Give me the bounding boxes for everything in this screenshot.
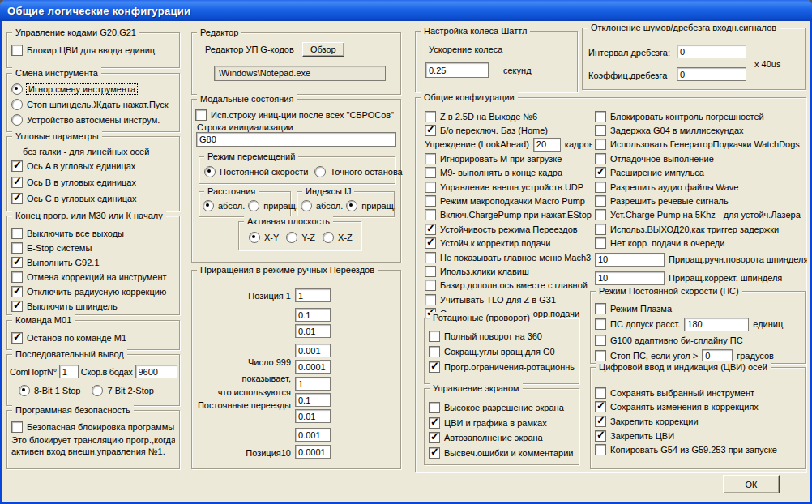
radio-icon[interactable] xyxy=(11,83,23,95)
checkbox-row[interactable]: Копировать G54 из G59.253 при запуске xyxy=(595,442,801,457)
value-input[interactable] xyxy=(684,318,749,331)
checkbox-icon[interactable] xyxy=(11,45,23,56)
jog-step-input-8[interactable] xyxy=(295,409,331,423)
checkbox-row[interactable]: Устойч.к корректир.подачи xyxy=(425,237,592,250)
radio-icon[interactable] xyxy=(204,166,216,177)
jog-step-input-1[interactable] xyxy=(295,288,331,302)
editor-path-field[interactable]: \Windows\Notepad.exe xyxy=(214,66,386,81)
checkbox-row[interactable]: Задержка G04 в миллисекундах xyxy=(595,123,807,137)
jog-step-input-9[interactable] xyxy=(295,428,331,442)
browse-button[interactable]: Обзор xyxy=(302,42,344,57)
jog-step-input-10[interactable] xyxy=(295,445,331,459)
checkbox-icon[interactable] xyxy=(595,182,606,193)
value-input[interactable] xyxy=(702,349,733,363)
checkbox-icon[interactable] xyxy=(429,361,440,373)
jog-step-input-4[interactable] xyxy=(295,344,331,357)
checkbox-row[interactable]: Исп.строку иниц-ции после всех "СБРОСов" xyxy=(195,108,394,122)
checkbox-row[interactable]: Нет корр. подачи в очереди xyxy=(595,237,807,250)
checkbox-icon[interactable] xyxy=(425,280,436,291)
checkbox-icon[interactable] xyxy=(425,195,436,207)
checkbox-row[interactable]: Полный поворот на 360 xyxy=(429,328,575,344)
checkbox-icon[interactable] xyxy=(11,271,23,283)
checkbox-icon[interactable] xyxy=(595,153,606,164)
checkbox-row[interactable]: Базир.дополн.ось вместе с главной xyxy=(425,279,592,293)
checkbox-row[interactable]: Режим Плазма xyxy=(595,301,801,315)
checkbox-row[interactable]: Отключить радиусную коррекцию xyxy=(11,284,175,299)
ok-button[interactable]: ОК xyxy=(723,475,780,493)
checkbox-row[interactable]: Б/о переключ. Баз (Home) xyxy=(425,123,592,137)
init-string-input[interactable] xyxy=(196,132,396,147)
radio-row[interactable]: приращ. xyxy=(346,199,396,212)
radio-row[interactable]: X-Z xyxy=(323,230,353,244)
checkbox-icon[interactable] xyxy=(595,401,606,412)
checkbox-row[interactable]: Ось C в угловых единицах xyxy=(11,190,175,207)
radio-row[interactable]: Постоянной скорости xyxy=(204,164,308,178)
checkbox-row[interactable]: Ось A в угловых единицах xyxy=(11,158,175,174)
jog-step-input-3[interactable] xyxy=(295,324,331,338)
checkbox-icon[interactable] xyxy=(11,228,23,239)
checkbox-row[interactable]: Устойчивость режима Переездов xyxy=(425,222,592,236)
checkbox-icon[interactable] xyxy=(425,266,436,277)
checkbox-icon[interactable] xyxy=(425,237,436,249)
checkbox-icon[interactable] xyxy=(595,195,606,207)
checkbox-row[interactable]: Сохранять изменения в коррекциях xyxy=(595,400,801,415)
radio-row[interactable]: X-Y xyxy=(249,230,279,244)
checkbox-icon[interactable] xyxy=(595,303,606,314)
checkbox-row[interactable]: Выключить все выходы xyxy=(11,226,175,241)
checkbox-row[interactable]: Сохранять выбранный инструмент xyxy=(595,386,801,400)
jog-step-input-5[interactable] xyxy=(295,360,331,374)
checkbox-icon[interactable] xyxy=(595,224,606,235)
checkbox-icon[interactable] xyxy=(11,421,23,433)
checkbox-row[interactable]: Прогр.ограничения-ротационные xyxy=(429,359,575,374)
value-input[interactable] xyxy=(595,253,665,267)
checkbox-icon[interactable] xyxy=(595,209,606,220)
checkbox-icon[interactable] xyxy=(195,109,207,121)
checkbox-row[interactable]: Блокир.ЦВИ для ввода единиц xyxy=(11,43,175,57)
radio-icon[interactable] xyxy=(11,99,23,110)
checkbox-row[interactable]: Высвеч.ошибки и комментарии xyxy=(429,446,575,461)
checkbox-icon[interactable] xyxy=(595,335,606,346)
checkbox-row[interactable]: Отладочное выполнение xyxy=(595,152,807,165)
checkbox-icon[interactable] xyxy=(595,111,606,122)
checkbox-row[interactable]: Управление внешн.устройств.UDP xyxy=(425,180,592,194)
checkbox-icon[interactable] xyxy=(425,294,436,305)
radio-icon[interactable] xyxy=(248,200,259,211)
checkbox-row[interactable]: E-Stop системы xyxy=(11,241,175,255)
radio-row[interactable]: Устройство автосмены инструм. xyxy=(11,112,175,127)
checkbox-row[interactable]: Безопасная блокировка программы xyxy=(11,420,175,434)
radio-row[interactable]: Игнор.смену инструмента xyxy=(11,81,175,96)
checkbox-icon[interactable] xyxy=(595,237,606,249)
checkbox-row[interactable]: Учитывать TLO для Z в G31 xyxy=(425,293,592,306)
radio-icon[interactable] xyxy=(301,200,312,211)
checkbox-icon[interactable] xyxy=(425,224,436,235)
checkbox-row[interactable]: ПС допуск расст.единиц xyxy=(595,315,801,333)
radio-row[interactable]: Стоп шпиндель.Ждать нажат.Пуск xyxy=(11,96,175,112)
radio-row[interactable]: абсол. xyxy=(203,199,245,212)
radio-row[interactable]: 8-Bit 1 Stop xyxy=(19,383,80,397)
checkbox-row[interactable]: Расширение импульса xyxy=(595,166,807,180)
checkbox-icon[interactable] xyxy=(425,167,436,178)
checkbox-row[interactable]: Выключить шпиндель xyxy=(11,299,175,314)
checkbox-row[interactable]: Включ.ChargePump при нажат.EStop xyxy=(425,208,592,222)
checkbox-icon[interactable] xyxy=(425,252,436,263)
checkbox-row[interactable]: Останов по команде M1 xyxy=(11,331,175,344)
checkbox-icon[interactable] xyxy=(429,432,440,443)
checkbox-row[interactable]: Высокое разрешение экрана xyxy=(429,400,575,416)
checkbox-row[interactable]: Блокировать контроль погрешностей xyxy=(595,109,807,123)
checkbox-icon[interactable] xyxy=(595,430,606,442)
baud-input[interactable] xyxy=(135,365,177,378)
checkbox-row[interactable]: Не показывать главное меню Mach3 xyxy=(425,250,592,264)
checkbox-icon[interactable] xyxy=(595,139,606,150)
checkbox-icon[interactable] xyxy=(11,193,23,204)
checkbox-row[interactable]: Игнорировать M при загрузке xyxy=(425,152,592,165)
radio-row[interactable]: 7 Bit 2-Stop xyxy=(92,383,153,397)
radio-icon[interactable] xyxy=(92,385,103,396)
checkbox-row[interactable]: ЦВИ и графика в рамках xyxy=(429,416,575,431)
radio-icon[interactable] xyxy=(323,232,334,243)
checkbox-icon[interactable] xyxy=(595,444,606,455)
checkbox-icon[interactable] xyxy=(429,402,440,413)
jog-step-input-2[interactable] xyxy=(295,308,331,322)
radio-icon[interactable] xyxy=(11,114,23,126)
checkbox-icon[interactable] xyxy=(11,332,23,344)
checkbox-icon[interactable] xyxy=(595,318,606,330)
